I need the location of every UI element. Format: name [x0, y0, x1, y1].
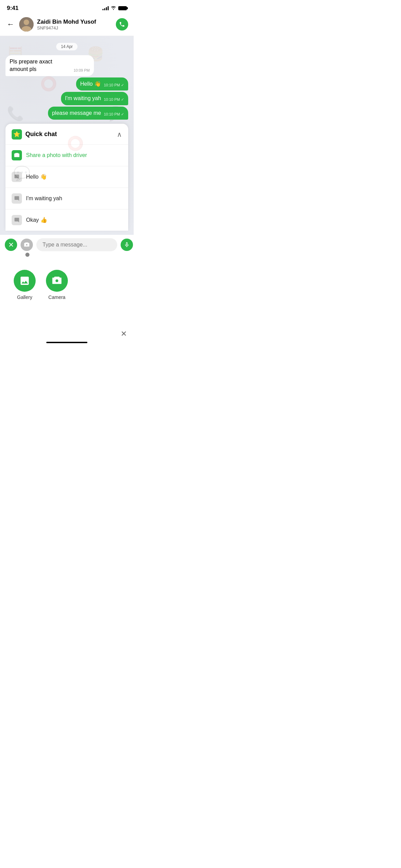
quick-chat-header: ⭐ Quick chat ∧ — [5, 124, 128, 145]
list-item[interactable]: Okay 👍 — [5, 209, 128, 231]
chat-icon — [12, 215, 22, 225]
close-quick-chat-button[interactable]: ✕ — [5, 239, 17, 251]
contact-name: Zaidi Bin Mohd Yusof — [37, 19, 116, 25]
home-indicator — [46, 342, 87, 343]
close-x-button[interactable]: ✕ — [121, 329, 127, 338]
battery-icon — [118, 6, 127, 10]
message-time: 10:10 PM ✓ — [104, 97, 124, 102]
list-item[interactable]: I'm waiting yah — [5, 188, 128, 209]
camera-small-button[interactable] — [21, 239, 33, 251]
recording-indicator — [25, 253, 29, 257]
photo-options: Gallery Camera — [7, 264, 127, 303]
quick-chat-panel: ⭐ Quick chat ∧ Share a photo with driver… — [5, 124, 128, 231]
message-bubble-right: I'm waiting yah 10:10 PM ✓ — [61, 92, 128, 105]
quick-chat-title: Quick chat — [25, 131, 57, 138]
vehicle-id: SNF9474J — [37, 25, 116, 31]
message-bubble-right: please message me 10:10 PM ✓ — [48, 107, 128, 120]
list-item[interactable]: Hello 👋 — [5, 166, 128, 188]
date-badge: 14 Apr — [56, 43, 78, 50]
photo-options-area: Gallery Camera — [0, 261, 134, 305]
waiting-label: I'm waiting yah — [26, 195, 62, 202]
status-time: 9:41 — [7, 5, 19, 12]
table-row: Hello 👋 10:10 PM ✓ — [5, 77, 128, 91]
message-text: I'm waiting yah — [65, 95, 101, 102]
hello-label: Hello 👋 — [26, 173, 47, 180]
message-time: 10:09 PM — [74, 68, 90, 73]
date-separator: 14 Apr — [5, 43, 128, 50]
header-info: Zaidi Bin Mohd Yusof SNF9474J — [37, 19, 116, 31]
chat-header: ← Zaidi Bin Mohd Yusof SNF9474J — [0, 14, 134, 36]
wifi-icon — [111, 5, 116, 11]
avatar — [19, 17, 34, 32]
status-icons — [102, 5, 127, 11]
message-text: please message me — [52, 109, 101, 117]
chat-area: 🧮 🍔 ⭕ 📞 💬 ⭕ 💬 📱 14 Apr Pls prepare axact… — [0, 36, 134, 235]
back-button[interactable]: ← — [5, 19, 16, 30]
message-time: 10:10 PM ✓ — [104, 83, 124, 88]
camera-icon — [12, 150, 22, 160]
call-button[interactable] — [116, 18, 128, 31]
share-photo-label: Share a photo with driver — [26, 152, 87, 158]
table-row: please message me 10:10 PM ✓ — [5, 107, 128, 120]
list-item[interactable]: Share a photo with driver — [5, 145, 128, 166]
message-time: 10:10 PM ✓ — [104, 112, 124, 117]
camera-label: Camera — [48, 294, 65, 300]
message-bubble-right: Hello 👋 10:10 PM ✓ — [76, 77, 128, 91]
svg-point-1 — [24, 20, 29, 25]
table-row: Pls prepare axact amount pls 10:09 PM — [5, 55, 128, 76]
gallery-option[interactable]: Gallery — [14, 270, 36, 300]
bottom-bar: ✕ — [0, 235, 134, 261]
message-bubble-left: Pls prepare axact amount pls 10:09 PM — [5, 55, 94, 76]
okay-label: Okay 👍 — [26, 217, 47, 223]
input-row: ✕ — [5, 238, 129, 251]
camera-photo-icon — [46, 270, 68, 292]
gallery-label: Gallery — [17, 294, 32, 300]
collapse-button[interactable]: ∧ — [117, 130, 122, 138]
message-text: Hello 👋 — [80, 80, 101, 88]
table-row: I'm waiting yah 10:10 PM ✓ — [5, 92, 128, 105]
chat-icon — [12, 172, 22, 182]
mic-button[interactable] — [121, 239, 133, 251]
message-text: Pls prepare axact amount pls — [10, 58, 71, 73]
signal-icon — [102, 6, 109, 10]
message-input[interactable] — [36, 238, 117, 251]
gallery-icon — [14, 270, 36, 292]
quick-chat-title-row: ⭐ Quick chat — [12, 129, 57, 140]
quick-chat-star-icon: ⭐ — [12, 129, 22, 140]
home-area: ✕ — [0, 305, 134, 347]
camera-option[interactable]: Camera — [46, 270, 68, 300]
chat-icon — [12, 193, 22, 204]
status-bar: 9:41 — [0, 0, 134, 14]
